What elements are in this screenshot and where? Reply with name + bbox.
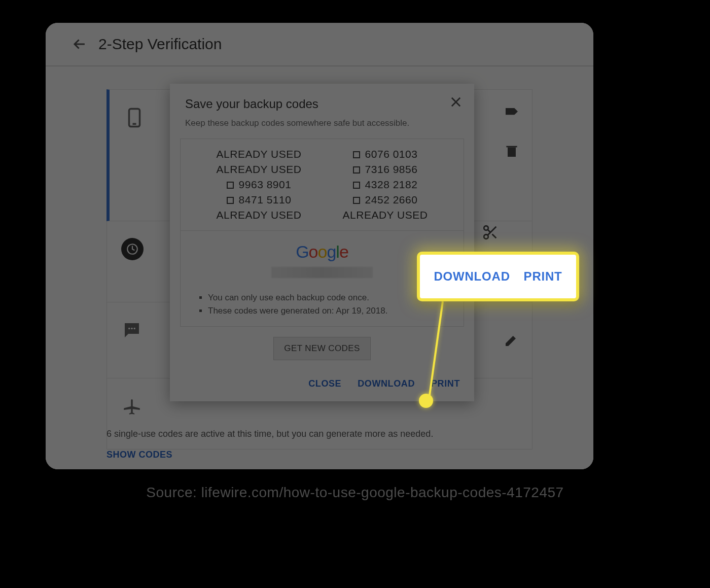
- svg-point-7: [484, 234, 488, 239]
- close-button[interactable]: CLOSE: [308, 378, 341, 389]
- trash-icon[interactable]: [504, 143, 520, 159]
- callout-download-button[interactable]: DOWNLOAD: [434, 269, 510, 284]
- tag-icon[interactable]: [504, 104, 520, 120]
- phone-icon: [124, 107, 145, 128]
- airplane-icon: [121, 396, 143, 417]
- back-arrow-icon[interactable]: [71, 36, 88, 53]
- print-button[interactable]: PRINT: [431, 378, 460, 389]
- backup-codes-footer: 6 single-use codes are active at this ti…: [106, 429, 532, 460]
- callout-pointer-dot: [419, 394, 433, 408]
- callout-print-button[interactable]: PRINT: [524, 269, 562, 284]
- scissors-icon: [482, 224, 499, 241]
- highlight-callout: DOWNLOAD PRINT: [417, 252, 579, 301]
- show-codes-button[interactable]: SHOW CODES: [106, 449, 532, 460]
- footer-text: 6 single-use codes are active at this ti…: [106, 429, 532, 439]
- codes-column-left: ALREADY USEDALREADY USED9963 89018471 51…: [196, 148, 322, 221]
- backup-code: 9963 8901: [227, 179, 292, 191]
- backup-codes-modal: Save your backup codes Keep these backup…: [170, 84, 474, 401]
- codes-column-right: 6076 01037316 98564328 21822452 2660ALRE…: [322, 148, 448, 221]
- svg-line-10: [488, 230, 490, 232]
- pencil-icon[interactable]: [504, 332, 520, 348]
- redacted-account: [271, 267, 373, 278]
- source-caption: Source: lifewire.com/how-to-use-google-b…: [0, 485, 710, 501]
- close-icon[interactable]: [449, 95, 463, 109]
- backup-code: 8471 5110: [227, 194, 292, 206]
- page-header: 2-Step Verification: [46, 23, 593, 66]
- backup-code: 6076 0103: [353, 148, 418, 160]
- backup-code: ALREADY USED: [217, 209, 302, 221]
- backup-code: 4328 2182: [353, 179, 418, 191]
- svg-point-5: [134, 328, 136, 330]
- modal-title: Save your backup codes: [185, 97, 459, 111]
- svg-line-9: [492, 234, 496, 238]
- google-logo: Google: [296, 242, 348, 261]
- svg-point-6: [484, 226, 488, 230]
- note-item: You can only use each backup code once.: [208, 291, 450, 304]
- svg-point-4: [131, 328, 133, 330]
- svg-point-3: [128, 328, 130, 330]
- note-item: These codes were generated on: Apr 19, 2…: [208, 304, 450, 318]
- download-button[interactable]: DOWNLOAD: [358, 378, 415, 389]
- backup-code: 2452 2660: [353, 194, 418, 206]
- backup-code: ALREADY USED: [217, 148, 302, 160]
- backup-code: ALREADY USED: [217, 163, 302, 176]
- backup-code: ALREADY USED: [343, 209, 428, 221]
- message-icon: [121, 320, 143, 341]
- backup-code: 7316 9856: [353, 163, 418, 176]
- screenshot-stage: 2-Step Verification: [46, 23, 593, 469]
- modal-subtitle: Keep these backup codes somewhere safe b…: [170, 115, 474, 139]
- page-title: 2-Step Verification: [98, 36, 222, 53]
- authenticator-icon: [121, 238, 144, 260]
- get-new-codes-button[interactable]: GET NEW CODES: [273, 337, 370, 360]
